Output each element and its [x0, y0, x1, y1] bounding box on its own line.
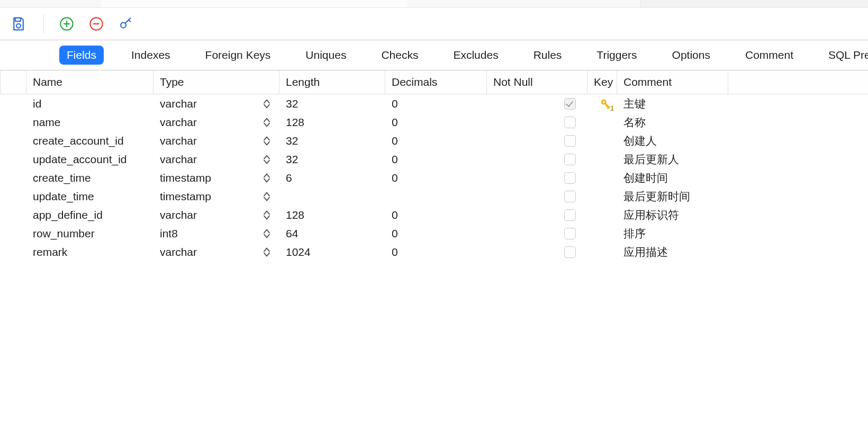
field-name-cell[interactable]: update_account_id — [26, 150, 153, 168]
field-notnull-cell — [487, 94, 587, 113]
tab-rules[interactable]: Rules — [526, 46, 569, 65]
toolbar-divider — [43, 14, 44, 33]
notnull-checkbox[interactable] — [564, 154, 576, 165]
field-comment-cell[interactable]: 应用标识符 — [617, 206, 728, 224]
field-decimals-cell[interactable]: 0 — [385, 206, 487, 224]
field-type-value: timestamp — [160, 172, 211, 184]
notnull-checkbox[interactable] — [564, 228, 576, 239]
stepper-icon[interactable] — [264, 99, 270, 109]
field-comment-cell[interactable]: 名称 — [617, 113, 728, 131]
header-decimals[interactable]: Decimals — [385, 70, 487, 94]
tab-indexes[interactable]: Indexes — [124, 46, 178, 65]
field-length-cell[interactable] — [279, 187, 385, 206]
stepper-icon[interactable] — [264, 192, 270, 201]
stepper-icon[interactable] — [264, 155, 270, 164]
field-type-cell[interactable]: timestamp — [153, 168, 279, 187]
field-row[interactable]: create_account_idvarchar320创建人 — [0, 131, 868, 150]
field-row[interactable]: update_timetimestamp最后更新时间 — [0, 187, 868, 206]
field-length-cell[interactable]: 32 — [279, 131, 385, 150]
stepper-icon[interactable] — [264, 229, 270, 238]
field-length-cell[interactable]: 128 — [279, 206, 385, 224]
header-name[interactable]: Name — [26, 70, 153, 94]
field-type-cell[interactable]: varchar — [153, 94, 279, 113]
field-length-cell[interactable]: 32 — [279, 94, 385, 113]
stepper-icon[interactable] — [264, 136, 270, 146]
tab-foreignkeys[interactable]: Foreign Keys — [198, 46, 278, 65]
stepper-icon[interactable] — [264, 173, 270, 183]
field-type-cell[interactable]: varchar — [153, 243, 279, 261]
field-length-cell[interactable]: 64 — [279, 224, 385, 243]
tab-triggers[interactable]: Triggers — [589, 46, 644, 65]
field-length-cell[interactable]: 32 — [279, 150, 385, 168]
tab-sqlpreview[interactable]: SQL Preview — [821, 46, 868, 65]
tab-checks[interactable]: Checks — [374, 46, 426, 65]
field-name-cell[interactable]: row_number — [26, 224, 153, 243]
tab-comment[interactable]: Comment — [738, 46, 801, 65]
field-length-cell[interactable]: 1024 — [279, 243, 385, 261]
field-decimals-cell[interactable]: 0 — [385, 94, 487, 113]
field-decimals-cell[interactable]: 0 — [385, 131, 487, 150]
field-decimals-cell[interactable]: 0 — [385, 168, 487, 187]
notnull-checkbox[interactable] — [564, 172, 576, 184]
field-row[interactable]: idvarchar3201主键 — [0, 94, 868, 113]
field-length-cell[interactable]: 128 — [279, 113, 385, 131]
field-name-cell[interactable]: create_account_id — [26, 131, 153, 150]
header-type[interactable]: Type — [153, 70, 279, 94]
tab-fields[interactable]: Fields — [59, 46, 104, 65]
field-comment-cell[interactable]: 创建人 — [617, 131, 728, 150]
field-decimals-cell[interactable]: 0 — [385, 113, 487, 131]
field-row[interactable]: row_numberint8640排序 — [0, 224, 868, 243]
notnull-checkbox[interactable] — [564, 98, 576, 110]
key-icon — [118, 16, 134, 32]
field-comment-cell[interactable]: 创建时间 — [617, 168, 728, 187]
field-type-cell[interactable]: varchar — [153, 150, 279, 168]
remove-field-button[interactable] — [87, 15, 105, 33]
field-type-cell[interactable]: int8 — [153, 224, 279, 243]
field-decimals-cell[interactable] — [385, 187, 487, 206]
field-name-cell[interactable]: id — [26, 94, 153, 113]
notnull-checkbox[interactable] — [564, 117, 576, 128]
field-row[interactable]: update_account_idvarchar320最后更新人 — [0, 150, 868, 168]
header-comment[interactable]: Comment — [617, 70, 728, 94]
field-type-cell[interactable]: varchar — [153, 131, 279, 150]
header-key[interactable]: Key — [587, 70, 617, 94]
field-row[interactable]: remarkvarchar10240应用描述 — [0, 243, 868, 261]
tab-uniques[interactable]: Uniques — [298, 46, 354, 65]
field-name-cell[interactable]: update_time — [26, 187, 153, 206]
notnull-checkbox[interactable] — [564, 246, 576, 258]
field-comment-cell[interactable]: 最后更新时间 — [617, 187, 728, 206]
field-decimals-cell[interactable]: 0 — [385, 224, 487, 243]
field-comment-cell[interactable]: 最后更新人 — [617, 150, 728, 168]
notnull-checkbox[interactable] — [564, 135, 576, 147]
notnull-checkbox[interactable] — [564, 209, 576, 221]
notnull-checkbox[interactable] — [564, 191, 576, 202]
field-name-cell[interactable]: name — [26, 113, 153, 131]
field-type-cell[interactable]: varchar — [153, 206, 279, 224]
field-comment-cell[interactable]: 排序 — [617, 224, 728, 243]
field-row[interactable]: namevarchar1280名称 — [0, 113, 868, 131]
field-notnull-cell — [487, 131, 587, 150]
field-row[interactable]: app_define_idvarchar1280应用标识符 — [0, 206, 868, 224]
svg-point-1 — [16, 24, 21, 28]
field-length-cell[interactable]: 6 — [279, 168, 385, 187]
primary-key-button[interactable] — [117, 15, 135, 33]
field-type-cell[interactable]: varchar — [153, 113, 279, 131]
field-decimals-cell[interactable]: 0 — [385, 243, 487, 261]
stepper-icon[interactable] — [264, 247, 270, 257]
field-row[interactable]: create_timetimestamp60创建时间 — [0, 168, 868, 187]
field-name-cell[interactable]: create_time — [26, 168, 153, 187]
save-button[interactable] — [10, 15, 28, 33]
header-notnull[interactable]: Not Null — [487, 70, 587, 94]
tab-excludes[interactable]: Excludes — [446, 46, 505, 65]
stepper-icon[interactable] — [264, 210, 270, 220]
field-name-cell[interactable]: app_define_id — [26, 206, 153, 224]
field-type-cell[interactable]: timestamp — [153, 187, 279, 206]
field-comment-cell[interactable]: 应用描述 — [617, 243, 728, 261]
stepper-icon[interactable] — [264, 118, 270, 127]
add-field-button[interactable] — [58, 15, 76, 33]
field-comment-cell[interactable]: 主键 — [617, 94, 728, 113]
field-decimals-cell[interactable]: 0 — [385, 150, 487, 168]
tab-options[interactable]: Options — [665, 46, 718, 65]
header-length[interactable]: Length — [279, 70, 385, 94]
field-name-cell[interactable]: remark — [26, 243, 153, 261]
